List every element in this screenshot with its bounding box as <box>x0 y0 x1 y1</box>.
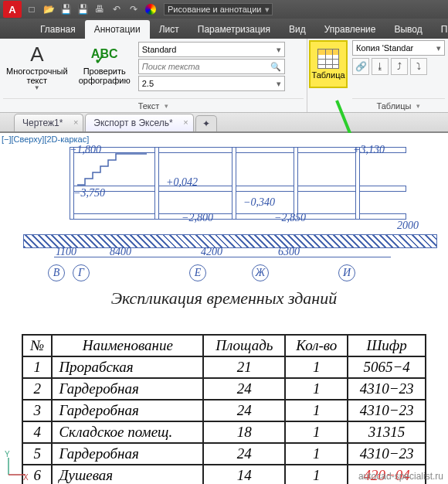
elev-label: −2,850 <box>274 212 306 224</box>
explication-table-wrap: № Наименование Площадь Кол-во Шифр 1Прор… <box>0 334 448 484</box>
mtext-icon: A <box>30 42 43 66</box>
cell-name: Складское помещ. <box>52 421 203 443</box>
workspace-selector[interactable]: Рисование и аннотации <box>164 3 273 15</box>
svg-text:X: X <box>23 473 29 482</box>
mtext-button[interactable]: A Многострочный текст ▼ <box>3 40 71 94</box>
download-icon[interactable]: ⭳ <box>372 58 389 75</box>
cell-name: Гардеробная <box>52 400 203 421</box>
tab-annotations[interactable]: Аннотации <box>85 20 150 39</box>
svg-text:Y: Y <box>5 450 10 458</box>
tab-parametric[interactable]: Параметризация <box>188 20 280 39</box>
document-tabs: Чертеж1*× Экспорт в Эксель*× ✦ <box>0 113 448 133</box>
axis-marker: В <box>48 264 65 281</box>
new-tab-button[interactable]: ✦ <box>195 115 217 131</box>
insert-table-button[interactable]: Таблица <box>309 40 348 88</box>
table-row[interactable]: 2Гардеробная2414310−23 <box>22 378 426 400</box>
cell-area: 14 <box>203 465 285 484</box>
cell-name: Прорабская <box>52 356 203 378</box>
qat-plot-icon[interactable]: 🖶 <box>93 2 107 16</box>
wall <box>355 147 360 220</box>
elev-label: −1,800 <box>70 144 101 156</box>
panel-tables: Копия 'Standar 🔗 ⭳ ⤴ ⤵ Таблицы <box>349 39 448 112</box>
cell-code: 4310−23 <box>348 378 426 400</box>
tab-layout[interactable]: Лист <box>150 20 188 39</box>
table-label: Таблица <box>311 70 344 80</box>
find-text-field[interactable] <box>142 62 272 71</box>
ribbon-tabs: Главная Аннотации Лист Параметризация Ви… <box>0 19 448 39</box>
watermark: autocad-specialist.ru <box>358 471 443 482</box>
tab-manage[interactable]: Управление <box>315 20 385 39</box>
axis-marker: Е <box>189 264 206 281</box>
text-props: Standard 2.5 <box>138 40 285 91</box>
doc-tab-1-label: Чертеж1* <box>22 118 63 128</box>
table-style-combo[interactable]: Копия 'Standar <box>352 40 445 56</box>
building-section: +3,130 +0,042 −0,340 −2,800 −2,850 −3,75… <box>23 142 437 278</box>
axis-marker: Ж <box>252 264 269 281</box>
col-code: Шифр <box>348 335 426 356</box>
col-qty: Кол-во <box>285 335 348 356</box>
ribbon: A Многострочный текст ▼ ABC✓ Проверить о… <box>0 39 448 113</box>
dim-label: 1100 <box>56 246 76 258</box>
close-icon[interactable]: × <box>73 118 78 127</box>
table-row[interactable]: 5Гардеробная2414310−23 <box>22 443 426 465</box>
panel-text-title[interactable]: Текст <box>3 98 304 112</box>
tab-output[interactable]: Вывод <box>385 20 431 39</box>
cell-code: 4310−23 <box>348 400 426 421</box>
dim-label: 4200 <box>201 246 222 258</box>
qat-save-icon[interactable]: 💾 <box>59 2 73 16</box>
text-style-combo[interactable]: Standard <box>138 42 285 57</box>
extract-icon[interactable]: ⤴ <box>391 58 408 75</box>
wall <box>154 147 159 220</box>
qat-open-icon[interactable]: 📂 <box>42 2 56 16</box>
qat-redo-icon[interactable]: ↷ <box>127 2 141 16</box>
tab-plugins[interactable]: Подкл <box>432 20 448 39</box>
cell-area: 24 <box>203 400 285 421</box>
table-row[interactable]: 1Прорабская2115065−4 <box>22 356 426 378</box>
doc-tab-2[interactable]: Экспорт в Эксель*× <box>85 114 193 131</box>
close-icon[interactable]: × <box>183 118 188 127</box>
workspace-gear-icon[interactable] <box>145 4 156 15</box>
drawing-canvas[interactable]: [−][Сверху][2D-каркас] +3,130 +0,042 −0,… <box>0 133 448 334</box>
cell-num: 2 <box>22 378 52 400</box>
elev-label: −0,340 <box>243 196 275 209</box>
elev-label: +3,130 <box>353 144 385 156</box>
explication-table: № Наименование Площадь Кол-во Шифр 1Прор… <box>22 334 426 484</box>
panel-tables-title[interactable]: Таблицы <box>352 98 445 112</box>
cell-qty: 1 <box>285 400 348 421</box>
spell-label2: орфографию <box>79 76 131 85</box>
table-row[interactable]: 4Складское помещ.18131315 <box>22 421 426 443</box>
axis-marker: Г <box>73 264 90 281</box>
col-name: Наименование <box>52 335 203 356</box>
explication-block: Экспликация временных зданий <box>0 284 448 315</box>
tab-home[interactable]: Главная <box>31 20 85 39</box>
qat-new-icon[interactable]: □ <box>25 2 39 16</box>
spellcheck-icon: ABC✓ <box>91 42 118 66</box>
cell-area: 18 <box>203 421 285 443</box>
quick-access-toolbar: A □ 📂 💾 💾 🖶 ↶ ↷ Рисование и аннотации <box>0 0 448 19</box>
elev-label: +0,042 <box>166 176 198 189</box>
elev-label: −3,750 <box>73 187 105 199</box>
table-icon <box>317 49 339 69</box>
col-num: № <box>22 335 52 356</box>
extract2-icon[interactable]: ⤵ <box>410 58 427 75</box>
panel-tables-big: Таблица <box>307 39 349 112</box>
tab-view[interactable]: Вид <box>280 20 315 39</box>
qat-undo-icon[interactable]: ↶ <box>110 2 124 16</box>
dim-label: 6300 <box>278 246 300 258</box>
app-logo[interactable]: A <box>3 1 22 18</box>
cell-qty: 1 <box>285 465 348 484</box>
doc-tab-1[interactable]: Чертеж1*× <box>14 114 83 131</box>
cell-name: Гардеробная <box>52 443 203 465</box>
wall <box>232 147 236 220</box>
qat-saveas-icon[interactable]: 💾 <box>76 2 90 16</box>
text-height-combo[interactable]: 2.5 <box>138 76 285 91</box>
spellcheck-button[interactable]: ABC✓ Проверить орфографию <box>76 40 134 87</box>
axis-marker: И <box>338 264 355 281</box>
doc-tab-2-label: Экспорт в Эксель* <box>93 118 172 128</box>
link-data-icon[interactable]: 🔗 <box>352 58 369 75</box>
ucs-icon: YX <box>5 455 28 481</box>
cell-qty: 1 <box>285 378 348 400</box>
find-text-input[interactable] <box>138 59 285 74</box>
cell-area: 24 <box>203 443 285 465</box>
table-row[interactable]: 3Гардеробная2414310−23 <box>22 400 426 421</box>
